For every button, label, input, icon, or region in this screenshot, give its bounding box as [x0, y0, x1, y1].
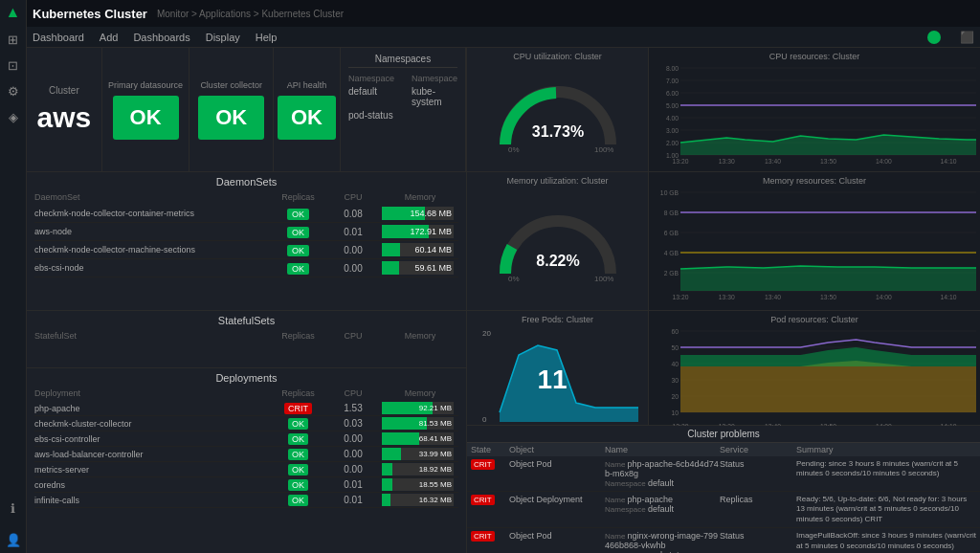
svg-marker-42	[680, 266, 976, 291]
namespaces-title: Namespaces	[348, 54, 457, 68]
pod-resources-title: Pod resources: Cluster	[653, 315, 976, 324]
dashboard-icon[interactable]: ⊞	[8, 33, 18, 47]
dep-memory: 33.99 MB	[382, 448, 458, 460]
menu-display[interactable]: Display	[206, 32, 240, 43]
ds-col-replicas: Replicas	[272, 192, 324, 202]
free-pods-panel: Free Pods: Cluster 20 0 11	[467, 311, 649, 425]
prob-state: CRIT	[471, 495, 509, 504]
api-ok: OK	[278, 96, 336, 140]
prob-service: Status	[720, 531, 796, 541]
svg-text:60: 60	[672, 328, 679, 335]
ds-name: checkmk-node-collector-machine-sections	[34, 245, 272, 254]
prob-summary: ImagePullBackOff: since 3 hours 9 minute…	[796, 531, 976, 551]
problems-title: Cluster problems	[467, 426, 980, 443]
dep-memory: 16.32 MB	[382, 494, 458, 506]
free-pods-title: Free Pods: Cluster	[471, 315, 644, 324]
menu-dashboard[interactable]: Dashboard	[33, 32, 84, 43]
apps-icon[interactable]: ⊡	[8, 58, 18, 73]
svg-marker-67	[680, 347, 976, 366]
svg-text:20: 20	[482, 329, 491, 338]
svg-text:14:10: 14:10	[941, 158, 957, 165]
ns-item-1: default	[348, 86, 406, 107]
collector-label: Cluster collector	[200, 80, 262, 90]
dep-cpu: 0.01	[324, 495, 382, 505]
prob-state: CRIT	[471, 459, 509, 469]
problems-panel: Cluster problems State Object Name Servi…	[467, 426, 980, 553]
right-row1: CPU utilization: Cluster 31.73% 0% 100%	[467, 48, 980, 172]
collector-panel: Cluster collector OK	[189, 48, 273, 171]
prob-h-service: Service	[720, 445, 796, 454]
svg-text:5.00: 5.00	[666, 102, 679, 109]
right-row3: Free Pods: Cluster 20 0 11	[467, 311, 980, 426]
app-title: Kubernetes Cluster	[33, 7, 147, 21]
api-panel: API health OK	[274, 48, 341, 171]
daemonsets-header: DaemonSet Replicas CPU Memory	[34, 191, 458, 203]
table-row: ebs-csi-node OK 0.00 59.61 MB	[34, 259, 458, 277]
table-row: metrics-server OK 0.00 18.92 MB	[34, 462, 458, 477]
main-content: Kubernetes Cluster Monitor > Application…	[27, 0, 980, 553]
ss-col-replicas: Replicas	[272, 331, 324, 341]
ds-name: ebs-csi-node	[34, 263, 272, 273]
prob-state: CRIT	[471, 531, 509, 541]
ss-col-cpu: CPU	[324, 331, 382, 341]
cluster-panel: Cluster aws	[27, 48, 102, 171]
svg-text:8.00: 8.00	[666, 65, 679, 72]
prob-name: Name php-apache-6cb4d4d74b-m6x8g Namespa…	[605, 459, 720, 488]
svg-text:14:00: 14:00	[876, 158, 892, 165]
table-row: infinite-calls OK 0.01 16.32 MB	[34, 493, 458, 508]
cpu-gauge-title: CPU utilization: Cluster	[513, 52, 602, 61]
svg-text:8.22%: 8.22%	[536, 253, 579, 269]
ns-item-2: pod-status	[348, 110, 406, 121]
svg-text:2.00: 2.00	[666, 140, 679, 146]
svg-text:4 GB: 4 GB	[664, 250, 679, 256]
menu-help[interactable]: Help	[256, 32, 278, 43]
svg-text:6 GB: 6 GB	[664, 230, 679, 236]
svg-text:40: 40	[672, 361, 679, 367]
dep-col-name: Deployment	[34, 388, 272, 398]
ds-memory: 60.14 MB	[382, 243, 458, 256]
ds-status: OK	[272, 227, 324, 237]
svg-text:14:00: 14:00	[876, 294, 892, 300]
cpu-gauge-panel: CPU utilization: Cluster 31.73% 0% 100%	[467, 48, 649, 171]
cpu-chart-panel: CPU resources: Cluster	[649, 48, 980, 171]
cpu-gauge-svg: 31.73% 0% 100%	[491, 63, 625, 159]
dep-cpu: 0.01	[324, 479, 382, 490]
dep-cpu: 0.00	[324, 449, 382, 459]
prob-name: Name nginx-wrong-image-799466b868-vkwhb …	[605, 531, 720, 553]
dep-cpu: 0.00	[324, 464, 382, 475]
free-pods-svg: 20 0 11	[471, 326, 638, 427]
ds-name: checkmk-node-collector-container-metrics	[34, 209, 272, 218]
dep-col-cpu: CPU	[324, 388, 382, 398]
table-row: coredns OK 0.01 18.55 MB	[34, 477, 458, 493]
svg-text:0: 0	[482, 415, 487, 424]
dep-name: ebs-csi-controller	[34, 434, 272, 444]
settings-icon[interactable]: ⚙	[8, 84, 19, 99]
datasource-panel: Primary datasource OK	[102, 48, 190, 171]
ns-col2: Namespace	[412, 74, 457, 83]
svg-text:3.00: 3.00	[666, 127, 679, 134]
svg-marker-66	[680, 361, 976, 412]
prob-object: Object Pod	[509, 459, 605, 469]
monitor-icon: ⬛	[960, 31, 974, 44]
menu-dashboards[interactable]: Dashboards	[133, 32, 189, 43]
svg-text:2 GB: 2 GB	[664, 270, 679, 276]
table-row: aws-load-balancer-controller OK 0.00 33.…	[34, 447, 458, 462]
dep-cpu: 0.03	[324, 418, 382, 429]
info-icon[interactable]: ℹ	[11, 501, 15, 516]
filter-icon[interactable]: ◈	[9, 110, 18, 124]
ds-status: OK	[272, 263, 324, 274]
dep-status: OK	[272, 418, 324, 429]
menu-add[interactable]: Add	[100, 32, 119, 43]
list-item: CRIT Object Pod Name nginx-wrong-image-7…	[467, 528, 980, 553]
dep-cpu: 1.53	[324, 403, 382, 413]
pod-resources-svg: 60 50 40 30 20 10 13:20	[653, 326, 976, 430]
problems-table: State Object Name Service Summary CRIT O…	[467, 443, 980, 553]
svg-text:13:30: 13:30	[719, 158, 735, 165]
left-column: Cluster aws Primary datasource OK Cluste…	[27, 48, 467, 553]
ds-memory: 154.68 MB	[382, 207, 458, 220]
svg-text:31.73%: 31.73%	[531, 123, 583, 140]
user-icon[interactable]: 👤	[6, 533, 21, 547]
svg-text:13:40: 13:40	[765, 158, 781, 165]
dep-memory: 92.21 MB	[382, 402, 458, 414]
dep-status: OK	[272, 495, 324, 505]
